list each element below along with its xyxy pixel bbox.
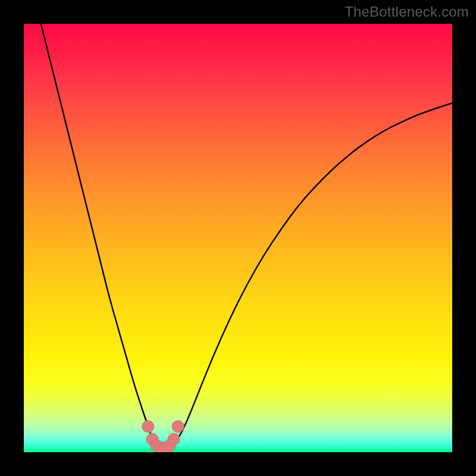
watermark-text: TheBottleneck.com <box>345 4 469 20</box>
chart-frame: TheBottleneck.com <box>0 0 476 476</box>
chart-svg <box>24 24 452 452</box>
bottleneck-curve <box>41 24 452 448</box>
data-marker <box>142 421 154 433</box>
marker-group <box>142 421 184 452</box>
data-marker <box>172 421 184 433</box>
plot-area <box>24 24 452 452</box>
data-marker <box>168 433 180 445</box>
